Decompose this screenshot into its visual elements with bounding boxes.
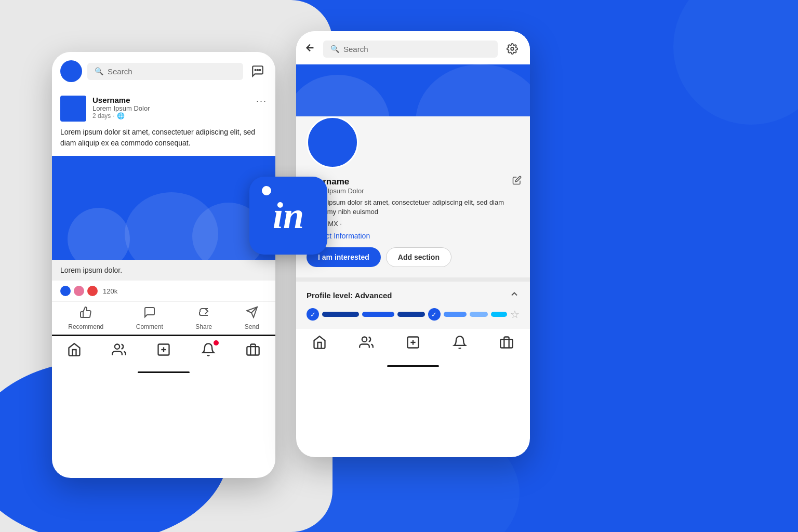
post-more-options[interactable]: ··· (256, 96, 267, 107)
reaction-blue (60, 286, 71, 296)
nav-notifications[interactable] (201, 342, 216, 357)
reaction-pink (74, 286, 84, 296)
progress-seg-5 (470, 312, 488, 317)
check-circle-2: ✓ (428, 308, 441, 321)
linkedin-dot (262, 186, 271, 195)
share-button[interactable]: Share (195, 306, 212, 330)
svg-point-0 (255, 70, 256, 71)
bg-decoration-top-right (673, 0, 798, 125)
profile-level-title: Profile level: Advanced (307, 291, 392, 300)
post-reactions: 120k (52, 281, 275, 302)
send-button[interactable]: Send (245, 306, 259, 330)
progress-seg-1 (322, 312, 359, 317)
linkedin-logo-text: in (273, 197, 304, 234)
progress-seg-4 (444, 312, 467, 317)
share-label: Share (195, 323, 212, 330)
profile-avatar-container (307, 116, 358, 168)
profile-location: Cdmx. MX · (307, 220, 520, 228)
progress-seg-6 (491, 312, 507, 317)
feed-header: 🔍 Search (52, 52, 275, 88)
post-card: Username Lorem Ipsum Dolor 2 days · 🌐 ··… (52, 88, 275, 156)
post-text: Lorem ipsum dolor sit amet, consectetuer… (60, 127, 267, 149)
send-icon (246, 306, 258, 322)
feed-search-text: Search (108, 67, 132, 76)
post-caption: Lorem ipsum dolor. (52, 260, 275, 281)
post-username: Username (92, 96, 150, 104)
nav-add[interactable] (156, 342, 171, 357)
profile-nav-add[interactable] (406, 335, 420, 350)
edit-profile-icon[interactable] (512, 176, 522, 188)
svg-point-2 (259, 70, 260, 71)
recommend-button[interactable]: Recommend (68, 306, 103, 330)
search-icon: 🔍 (95, 67, 103, 75)
reaction-count: 120k (103, 287, 117, 295)
post-avatar[interactable] (60, 96, 86, 122)
contact-information-link[interactable]: Contact Information (307, 232, 520, 240)
profile-header: 🔍 Search (296, 31, 530, 64)
svg-point-12 (362, 337, 367, 342)
settings-button[interactable] (503, 39, 522, 58)
progress-seg-3 (397, 312, 425, 317)
reaction-red (87, 286, 98, 296)
send-label: Send (245, 323, 259, 330)
post-user-row: Username Lorem Ipsum Dolor 2 days · 🌐 ··… (60, 96, 267, 122)
progress-bar: ✓ ✓ ☆ (307, 308, 520, 321)
comment-button[interactable]: Comment (136, 306, 163, 330)
profile-search-icon: 🔍 (330, 45, 339, 53)
star-icon: ☆ (510, 308, 520, 321)
profile-description: Lorem ipsum dolor sit amet, consectetuer… (307, 198, 520, 217)
profile-home-indicator (387, 365, 439, 367)
back-button[interactable] (304, 42, 316, 56)
post-user-subtitle: Lorem Ipsum Dolor (92, 104, 150, 112)
profile-phone: 🔍 Search (296, 31, 530, 457)
nav-network[interactable] (112, 342, 126, 357)
feed-bottom-nav (52, 336, 275, 367)
feed-phone: 🔍 Search Username Lorem Ipsum (52, 52, 275, 478)
profile-level-header: Profile level: Advanced (307, 289, 520, 302)
chevron-up-icon[interactable] (509, 289, 520, 302)
profile-username: Username (307, 177, 520, 187)
phones-container: 🔍 Search Username Lorem Ipsum (52, 31, 530, 478)
svg-point-5 (115, 344, 119, 349)
linkedin-badge: in (249, 177, 327, 255)
profile-nav-network[interactable] (359, 335, 374, 350)
post-image-blob1 (68, 208, 130, 260)
profile-nav-notifications[interactable] (453, 335, 467, 350)
recommend-icon (79, 306, 92, 322)
profile-search-bar[interactable]: 🔍 Search (323, 41, 498, 58)
post-user-details: Username Lorem Ipsum Dolor 2 days · 🌐 (92, 96, 150, 119)
profile-avatar-section (296, 116, 530, 168)
globe-icon: 🌐 (117, 112, 125, 119)
progress-seg-2 (362, 312, 394, 317)
profile-subtitle: Lorem Ipsum Dolor (307, 187, 520, 195)
check-circle-1: ✓ (307, 308, 319, 321)
feed-home-indicator (138, 371, 190, 373)
profile-nav-home[interactable] (312, 335, 327, 350)
nav-home[interactable] (67, 342, 82, 357)
post-image (52, 156, 275, 260)
svg-rect-16 (500, 340, 512, 348)
messages-icon[interactable] (248, 62, 267, 81)
comment-label: Comment (136, 323, 163, 330)
recommend-label: Recommend (68, 323, 103, 330)
profile-search-text: Search (343, 45, 368, 54)
notification-badge (214, 340, 219, 345)
share-icon (197, 306, 210, 322)
profile-action-buttons: I am interested Add section (307, 247, 520, 267)
comment-icon (143, 306, 156, 322)
feed-user-avatar[interactable] (60, 60, 82, 82)
profile-level-section: Profile level: Advanced ✓ ✓ ☆ (296, 277, 530, 329)
post-actions: Recommend Comment Share (52, 302, 275, 336)
svg-rect-9 (247, 347, 259, 355)
profile-bottom-nav (296, 329, 530, 360)
svg-point-11 (511, 47, 514, 50)
profile-info: Username Lorem Ipsum Dolor Lorem ipsum d… (296, 168, 530, 277)
profile-nav-jobs[interactable] (499, 335, 514, 350)
feed-search-bar[interactable]: 🔍 Search (87, 63, 243, 80)
svg-point-1 (257, 70, 258, 71)
add-section-button[interactable]: Add section (386, 247, 451, 267)
nav-jobs[interactable] (246, 342, 260, 357)
post-user-info: Username Lorem Ipsum Dolor 2 days · 🌐 (60, 96, 150, 122)
post-time: 2 days · 🌐 (92, 112, 150, 119)
profile-avatar[interactable] (307, 116, 358, 168)
